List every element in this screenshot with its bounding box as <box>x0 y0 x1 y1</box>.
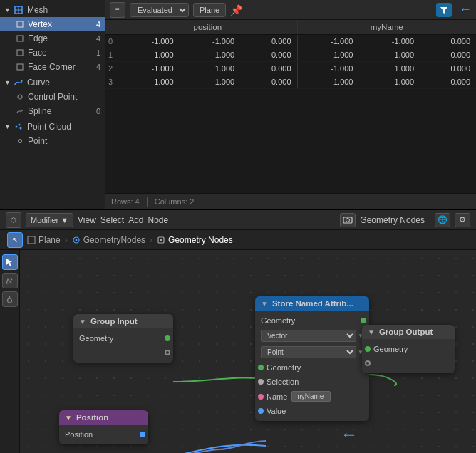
menu-add[interactable]: Add <box>128 215 143 225</box>
store-geo-in-socket <box>258 365 264 370</box>
node-position[interactable]: ▼ Position Position <box>59 410 148 444</box>
breadcrumb-sep2: › <box>150 235 152 245</box>
cell-p1: -1.000 <box>118 35 180 48</box>
settings-icon-btn[interactable]: ⚙ <box>455 213 470 227</box>
cell-m2: -1.000 <box>358 48 420 62</box>
sidebar-item-face[interactable]: Face 1 <box>0 46 105 60</box>
node-group-output[interactable]: ▼ Group Output Geometry <box>362 325 455 373</box>
sidebar-header-mesh[interactable]: ▼ Mesh <box>0 3 105 17</box>
breadcrumb-geo-nodes[interactable]: GeometryNodes <box>72 235 145 245</box>
store-selection-label: Selection <box>267 378 299 386</box>
store-geo-in-label: Geometry <box>267 363 301 372</box>
sidebar-mesh-label: Mesh <box>27 5 48 15</box>
breadcrumb-geo-nodes-active[interactable]: Geometry Nodes <box>157 235 233 245</box>
position-out-label: Position <box>65 430 93 439</box>
col-header-position: position <box>118 20 297 35</box>
sidebar-item-count-edge: 4 <box>96 34 100 43</box>
sidebar-item-spline[interactable]: Spline 0 <box>0 104 105 118</box>
cell-p3: 0.000 <box>240 48 297 62</box>
cell-p1: 1.000 <box>118 76 180 89</box>
filter-button[interactable] <box>436 3 452 17</box>
group-output-body: Geometry <box>362 339 455 373</box>
svg-point-13 <box>346 218 350 222</box>
evaluated-dropdown[interactable]: Evaluated <box>130 3 189 17</box>
data-toolbar: ≡ Evaluated Plane 📌 ← <box>105 0 476 20</box>
group-input-geo-row: Geometry <box>73 331 173 345</box>
cell-p2: 1.000 <box>180 62 241 76</box>
breadcrumb-active-label: Geometry Nodes <box>168 235 233 245</box>
svg-point-7 <box>18 95 22 99</box>
sidebar-item-point[interactable]: Point <box>0 134 105 148</box>
arrow-annotation: ← <box>341 425 358 444</box>
data-mode-icon[interactable]: ≡ <box>110 2 125 18</box>
store-name-input[interactable] <box>291 391 331 402</box>
sidebar-header-curve[interactable]: ▼ Curve <box>0 76 105 90</box>
draw-tool-btn[interactable] <box>2 273 18 288</box>
breadcrumb-bar: ↖ Plane › GeometryNodes › Geometry Nodes <box>0 230 476 250</box>
collapse-right-arrow[interactable]: ← <box>459 2 472 17</box>
cell-idx: 2 <box>105 62 118 76</box>
collapse-arrow-mesh: ▼ <box>4 6 11 14</box>
camera-icon <box>343 215 353 225</box>
geo-nodes-label: Geometry Nodes <box>360 215 425 225</box>
group-input-geo-socket <box>165 335 170 341</box>
sidebar-section-point-cloud: ▼ Point Cloud Point <box>0 120 105 148</box>
node-store-named[interactable]: ▼ Store Named Attrib... Geometry Vector <box>255 296 369 421</box>
sidebar-curve-label: Curve <box>27 78 50 88</box>
cell-p3: 0.000 <box>240 76 297 89</box>
col-header-myname: myName <box>297 20 476 35</box>
store-vector-dropdown[interactable]: Vector <box>261 330 356 342</box>
store-point-dropdown[interactable]: Point <box>261 346 356 358</box>
breadcrumb-plane[interactable]: Plane <box>27 235 61 245</box>
position-collapse: ▼ <box>65 414 72 422</box>
node-store-header: ▼ Store Named Attrib... <box>255 296 369 311</box>
select-tool-btn[interactable] <box>2 254 18 270</box>
cell-p1: -1.000 <box>118 62 180 76</box>
menu-node[interactable]: Node <box>148 215 169 225</box>
face-icon <box>16 48 24 57</box>
node-editor-icon[interactable]: ⬡ <box>6 212 21 228</box>
annotate-icon <box>5 295 14 304</box>
sidebar-item-count-face: 1 <box>96 48 100 57</box>
cell-p3: 0.000 <box>240 62 297 76</box>
sidebar-item-label-face-corner: Face Corner <box>28 62 76 72</box>
sidebar-point-cloud-label: Point Cloud <box>27 122 71 132</box>
store-name-label: Name <box>267 392 287 401</box>
svg-line-20 <box>11 278 12 280</box>
sidebar-section-mesh: ▼ Mesh Vertex 4 Edge 4 <box>0 3 105 74</box>
table-row: 2 -1.000 1.000 0.000 -1.000 1.000 0.000 <box>105 62 476 76</box>
node-group-input[interactable]: ▼ Group Input Geometry <box>73 314 173 363</box>
group-output-geo-label: Geometry <box>373 345 408 353</box>
edge-icon <box>16 34 24 43</box>
sidebar-header-point-cloud[interactable]: ▼ Point Cloud <box>0 120 105 134</box>
cursor-icon <box>5 258 14 267</box>
sidebar-item-edge[interactable]: Edge 4 <box>0 31 105 46</box>
cell-m3: 0.000 <box>420 35 476 48</box>
sidebar-item-vertex[interactable]: Vertex 4 <box>0 17 105 31</box>
node-left-icons <box>0 250 20 453</box>
svg-point-9 <box>18 124 20 126</box>
svg-point-21 <box>8 298 12 303</box>
menu-view[interactable]: View <box>78 215 96 225</box>
group-output-collapse: ▼ <box>368 328 375 336</box>
svg-rect-4 <box>17 36 23 41</box>
menu-select[interactable]: Select <box>100 215 124 225</box>
modifier-mode-btn[interactable]: Modifier ▼ <box>26 213 73 227</box>
plane-label: Plane <box>193 3 226 17</box>
annotate-tool-btn[interactable] <box>2 291 18 307</box>
render-icon-btn[interactable] <box>340 213 356 227</box>
node-cursor-btn[interactable]: ↖ <box>7 232 23 248</box>
node-canvas[interactable]: ▼ Group Input Geometry ▼ Store <box>20 250 476 453</box>
sidebar-item-label-point: Point <box>28 136 47 146</box>
pin-icon[interactable]: 📌 <box>230 4 242 16</box>
svg-rect-5 <box>17 50 23 56</box>
svg-point-11 <box>19 140 22 143</box>
sidebar-item-control-point[interactable]: Control Point <box>0 90 105 104</box>
world-icon-btn[interactable]: 🌐 <box>435 213 450 227</box>
table-row: 3 1.000 1.000 0.000 1.000 1.000 0.000 <box>105 76 476 89</box>
point-cloud-icon <box>14 122 24 132</box>
top-panel: ▼ Mesh Vertex 4 Edge 4 <box>0 0 476 210</box>
sidebar-item-face-corner[interactable]: Face Corner 4 <box>0 60 105 74</box>
svg-point-10 <box>19 127 21 130</box>
svg-point-16 <box>75 239 77 241</box>
